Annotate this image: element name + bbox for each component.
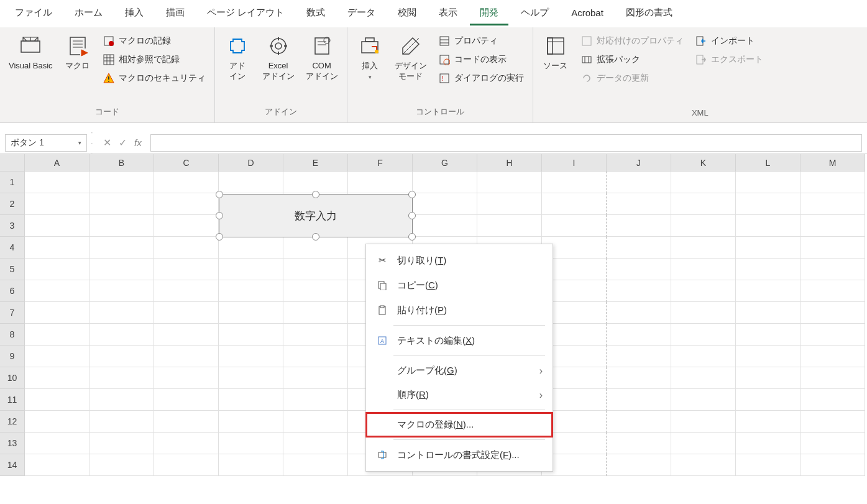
tab-shape-format[interactable]: 図形の書式: [616, 2, 682, 25]
row-header[interactable]: 6: [0, 280, 25, 302]
row-header[interactable]: 5: [0, 259, 25, 280]
cell[interactable]: [89, 215, 154, 237]
cell[interactable]: [800, 411, 865, 433]
col-header[interactable]: C: [154, 154, 219, 172]
source-button[interactable]: ソース: [538, 31, 573, 74]
tab-review[interactable]: 校閲: [388, 2, 426, 25]
tab-data[interactable]: データ: [337, 2, 385, 25]
row-header[interactable]: 2: [0, 193, 25, 215]
cell[interactable]: [25, 389, 89, 411]
enter-icon[interactable]: ✓: [119, 137, 127, 149]
col-header[interactable]: E: [283, 154, 348, 172]
row-header[interactable]: 10: [0, 367, 25, 389]
cell[interactable]: [671, 346, 736, 367]
cell[interactable]: [542, 215, 607, 237]
cell[interactable]: [736, 193, 800, 215]
com-addins-button[interactable]: COM アドイン: [302, 31, 342, 85]
menu-paste[interactable]: 貼り付け(P): [366, 298, 553, 323]
formula-input[interactable]: [150, 134, 862, 152]
tab-insert[interactable]: 挿入: [115, 2, 154, 25]
cell[interactable]: [736, 433, 800, 454]
cell[interactable]: [89, 172, 154, 193]
cell[interactable]: [154, 454, 219, 476]
col-header[interactable]: B: [89, 154, 154, 172]
cell[interactable]: [671, 433, 736, 454]
cell[interactable]: [671, 215, 736, 237]
cell[interactable]: [25, 454, 89, 476]
cell[interactable]: [154, 215, 219, 237]
cell[interactable]: [283, 302, 348, 324]
col-header[interactable]: K: [671, 154, 736, 172]
cell[interactable]: [736, 237, 800, 259]
row-header[interactable]: 11: [0, 389, 25, 411]
cell[interactable]: [154, 172, 219, 193]
tab-page-layout[interactable]: ページ レイアウト: [197, 2, 294, 25]
cell[interactable]: [736, 324, 800, 346]
cell[interactable]: [154, 259, 219, 280]
run-dialog-button[interactable]: ! ダイアログの実行: [434, 70, 528, 87]
form-button-control[interactable]: 数字入力: [219, 194, 413, 237]
cell[interactable]: [736, 259, 800, 280]
cell[interactable]: [283, 433, 348, 454]
menu-cut[interactable]: ✂ 切り取り(T): [366, 248, 553, 273]
row-header[interactable]: 8: [0, 324, 25, 346]
cell[interactable]: [477, 193, 542, 215]
cell[interactable]: [607, 367, 671, 389]
cell[interactable]: [154, 237, 219, 259]
tab-home[interactable]: ホーム: [65, 2, 112, 25]
menu-order[interactable]: 順序(R) ›: [366, 383, 553, 407]
cell[interactable]: [800, 237, 865, 259]
cell[interactable]: [219, 367, 283, 389]
menu-assign-macro[interactable]: マクロの登録(N)...: [366, 413, 553, 437]
cell[interactable]: [800, 346, 865, 367]
resize-handle[interactable]: [216, 212, 223, 219]
cell[interactable]: [736, 454, 800, 476]
row-header[interactable]: 7: [0, 302, 25, 324]
col-header[interactable]: F: [348, 154, 413, 172]
row-header[interactable]: 12: [0, 411, 25, 433]
cell[interactable]: [607, 302, 671, 324]
cell[interactable]: [219, 324, 283, 346]
cell[interactable]: [89, 346, 154, 367]
col-header[interactable]: G: [413, 154, 477, 172]
cell[interactable]: [607, 433, 671, 454]
cell[interactable]: [607, 259, 671, 280]
cell[interactable]: [219, 389, 283, 411]
tab-draw[interactable]: 描画: [156, 2, 195, 25]
tab-developer[interactable]: 開発: [470, 2, 508, 25]
cell[interactable]: [413, 193, 477, 215]
resize-handle[interactable]: [312, 233, 319, 241]
properties-button[interactable]: プロパティ: [434, 32, 528, 50]
cell[interactable]: [25, 237, 89, 259]
row-header[interactable]: 9: [0, 346, 25, 367]
macros-button[interactable]: マクロ: [60, 31, 95, 74]
cell[interactable]: [413, 215, 477, 237]
addins-button[interactable]: アド イン: [220, 31, 255, 85]
cell[interactable]: [219, 346, 283, 367]
cell[interactable]: [736, 389, 800, 411]
insert-control-button[interactable]: 挿入▾: [352, 31, 387, 85]
cell[interactable]: [154, 302, 219, 324]
cell[interactable]: [413, 172, 477, 193]
cell[interactable]: [800, 259, 865, 280]
menu-format-control[interactable]: コントロールの書式設定(F)...: [366, 442, 553, 467]
cell[interactable]: [671, 367, 736, 389]
cell[interactable]: [89, 324, 154, 346]
cell[interactable]: [607, 280, 671, 302]
cell[interactable]: [219, 454, 283, 476]
cell[interactable]: [800, 215, 865, 237]
cell[interactable]: [25, 193, 89, 215]
col-header[interactable]: A: [25, 154, 89, 172]
cell[interactable]: [89, 280, 154, 302]
cell[interactable]: [607, 172, 671, 193]
cell[interactable]: [671, 280, 736, 302]
import-button[interactable]: インポート: [691, 32, 767, 50]
macro-security-button[interactable]: マクロのセキュリティ: [99, 70, 209, 87]
cell[interactable]: [25, 324, 89, 346]
cell[interactable]: [736, 280, 800, 302]
cell[interactable]: [25, 259, 89, 280]
cell[interactable]: [542, 193, 607, 215]
cell[interactable]: [736, 367, 800, 389]
cell[interactable]: [607, 411, 671, 433]
select-all-corner[interactable]: [0, 154, 25, 172]
